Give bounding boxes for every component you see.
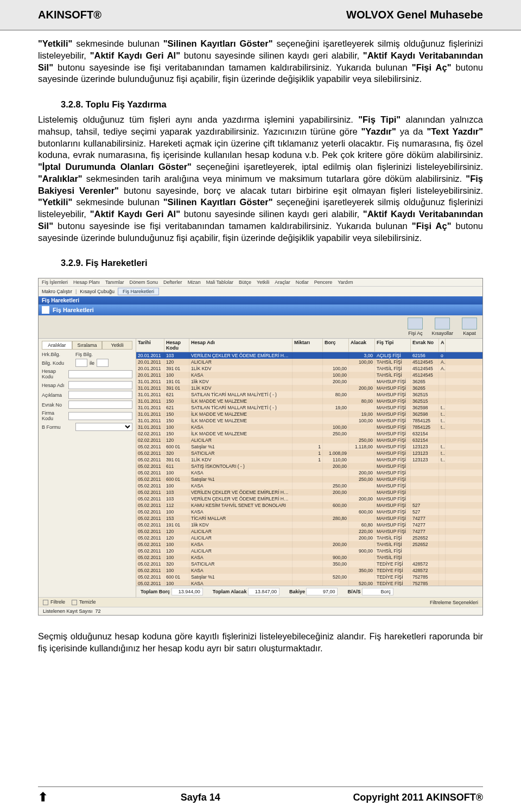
bas-value: Borç xyxy=(362,588,393,595)
sidetab-yetkili[interactable]: Yetkili xyxy=(102,341,132,350)
table-row[interactable]: 05.02.2011100KASA200,00TAHSİL FİŞİ252652 xyxy=(136,541,482,548)
b-formu-select[interactable] xyxy=(75,423,132,431)
bas-label: B/A/S xyxy=(347,589,360,594)
kisayollar-button[interactable]: Kısayollar xyxy=(431,318,453,336)
hesap-kodu-label: Hesap Kodu xyxy=(42,369,66,379)
sidetab-aralıklar[interactable]: Aralıklar xyxy=(42,341,72,350)
menu-tanımlar[interactable]: Tanımlar xyxy=(105,280,124,285)
fisi-ac-button[interactable]: Fişi Aç xyxy=(408,318,423,336)
table-row[interactable]: 05.02.2011120ALICILAR200,00TAHSİL FİŞİ25… xyxy=(136,535,482,541)
temizle-button[interactable]: Temizle xyxy=(72,599,96,605)
menubar[interactable]: Fiş İşlemleriHesap PlanıTanımlarDönem So… xyxy=(39,278,482,286)
col-hesap-adı[interactable]: Hesap Adı xyxy=(189,339,293,352)
listelenen-count: 72 xyxy=(96,608,101,614)
col-a[interactable]: A xyxy=(439,339,446,352)
grid-body[interactable]: 20.01.2011103VERİLEN ÇEKLER VE ÖDEME EMİ… xyxy=(136,352,482,586)
table-row[interactable]: 02.02.2011150İLK MADDE VE MALZEME250,00M… xyxy=(136,430,482,437)
table-row[interactable]: 31.01.2011621SATILAN TİCARİ MALLAR MALİY… xyxy=(136,404,482,411)
b-formu-label: B Formu xyxy=(42,424,73,430)
menu-bütçe[interactable]: Bütçe xyxy=(239,280,251,285)
hesap-kodu-input[interactable] xyxy=(68,370,132,378)
table-row[interactable]: 05.02.2011391 011LİK KDV1110,00MAHSUP Fİ… xyxy=(136,456,482,463)
table-row[interactable]: 31.01.2011150İLK MADDE VE MALZEME80,00MA… xyxy=(136,398,482,404)
toplam-borc-label: Toplam Borç xyxy=(141,589,170,594)
table-row[interactable]: 05.02.2011103VERİLEN ÇEKLER VE ÖDEME EMİ… xyxy=(136,489,482,496)
menu-yetkili[interactable]: Yetkili xyxy=(257,280,269,285)
inner-title-bar: Fiş Hareketleri xyxy=(39,304,482,315)
table-row[interactable]: 05.02.2011600 01Satışlar %1250,00MAHSUP … xyxy=(136,476,482,483)
firma-kodu-input[interactable] xyxy=(68,412,132,420)
table-row[interactable]: 05.02.2011191 011lik KDV60,80MAHSUP FİŞİ… xyxy=(136,522,482,528)
fis-bilg-label: Fiş Bilg. xyxy=(75,352,132,357)
table-row[interactable]: 05.02.2011103VERİLEN ÇEKLER VE ÖDEME EMİ… xyxy=(136,496,482,502)
menu-dönem-sonu[interactable]: Dönem Sonu xyxy=(130,280,158,285)
table-row[interactable]: 05.02.2011100KASA250,00MAHSUP FİŞİ xyxy=(136,483,482,489)
col-fiş-tipi[interactable]: Fiş Tipi xyxy=(375,339,411,352)
aciklama-input[interactable] xyxy=(68,391,132,399)
table-row[interactable]: 05.02.2011153TİCARİ MALLAR280,80MAHSUP F… xyxy=(136,515,482,522)
table-row[interactable]: 31.01.2011150İLK MADDE VE MALZEME100,00M… xyxy=(136,417,482,424)
summary-bar: Toplam Borç 13.944,00 Toplam Alacak 13.8… xyxy=(136,586,482,597)
table-row[interactable]: 05.02.2011100KASA520,00TEDİYE FİŞİ752785 xyxy=(136,580,482,586)
sidetab-sıralama[interactable]: Sıralama xyxy=(72,341,103,350)
table-row[interactable]: 05.02.2011112KAMU KESİM TAHVİL SENET VE … xyxy=(136,502,482,509)
col-borç[interactable]: Borç xyxy=(323,339,349,352)
table-row[interactable]: 20.01.2011120ALICILAR100,00TAHSİL FİŞİ45… xyxy=(136,359,482,365)
hesap-adi-input[interactable] xyxy=(68,381,132,389)
table-row[interactable]: 05.02.2011120ALICILAR220,00MAHSUP FİŞİ74… xyxy=(136,528,482,535)
page-number: Sayfa 14 xyxy=(181,792,220,803)
table-row[interactable]: 05.02.2011100KASA900,00TAHSİL FİŞİ xyxy=(136,554,482,561)
menu-notlar[interactable]: Notlar xyxy=(296,280,309,285)
filtrele-button[interactable]: Filtrele xyxy=(43,599,65,605)
table-row[interactable]: 20.01.2011100KASA100,00TAHSİL FİŞİ451245… xyxy=(136,372,482,378)
listelenen-label: Listelenen Kayıt Sayısı xyxy=(43,608,93,614)
menu-defterler[interactable]: Defterler xyxy=(163,280,182,285)
shortcut-tab-fis-hareketleri[interactable]: Fiş Hareketleri xyxy=(118,288,159,295)
voucher-icon xyxy=(42,306,49,314)
table-row[interactable]: 02.02.2011120ALICILAR250,00MAHSUP FİŞİ63… xyxy=(136,437,482,443)
grid-header[interactable]: TarihiHesap KoduHesap AdıMiktarıBorçAlac… xyxy=(136,339,482,352)
menu-yardım[interactable]: Yardım xyxy=(338,280,353,285)
table-row[interactable]: 31.01.2011100KASA100,00MAHSUP FİŞİ785412… xyxy=(136,424,482,430)
header-right: WOLVOX Genel Muhasebe xyxy=(346,9,483,21)
table-row[interactable]: 05.02.2011320SATICILAR350,00TEDİYE FİŞİ4… xyxy=(136,561,482,567)
kisayollar-button-icon xyxy=(435,318,450,329)
menu-mizan[interactable]: Mizan xyxy=(188,280,201,285)
table-row[interactable]: 31.01.2011391 011LİK KDV200,00MAHSUP FİŞ… xyxy=(136,385,482,391)
menu-mali-tablolar[interactable]: Mali Tablolar xyxy=(206,280,233,285)
table-row[interactable]: 20.01.2011391 011LİK KDV100,00TAHSİL FİŞ… xyxy=(136,365,482,372)
col-tarihi[interactable]: Tarihi xyxy=(136,339,164,352)
col-miktarı[interactable]: Miktarı xyxy=(293,339,323,352)
menu-hesap-planı[interactable]: Hesap Planı xyxy=(73,280,100,285)
bilg-kodu-from-input[interactable] xyxy=(75,359,87,367)
table-row[interactable]: 05.02.2011600 01Satışlar %1520,00TEDİYE … xyxy=(136,574,482,580)
grid: TarihiHesap KoduHesap AdıMiktarıBorçAlac… xyxy=(136,339,482,597)
table-row[interactable]: 05.02.2011100KASA600,00MAHSUP FİŞİ527 xyxy=(136,509,482,515)
kapat-button[interactable]: Kapat xyxy=(462,318,477,336)
menu-fiş-i̇şlemleri[interactable]: Fiş İşlemleri xyxy=(42,280,68,285)
evrak-no-label: Evrak No xyxy=(42,402,66,408)
table-row[interactable]: 31.01.2011150İLK MADDE VE MALZEME19,00MA… xyxy=(136,411,482,417)
firma-kodu-label: Firma Kodu xyxy=(42,410,66,421)
kisayol-cubugu-label[interactable]: Kısayol Çubuğu xyxy=(80,289,115,294)
table-row[interactable]: 05.02.2011320SATICILAR11.008,09MAHSUP Fİ… xyxy=(136,450,482,456)
table-row[interactable]: 05.02.2011100KASA350,00TEDİYE FİŞİ428572 xyxy=(136,567,482,574)
bakiye-value: 97,00 xyxy=(306,588,338,595)
table-row[interactable]: 05.02.2011120ALICILAR900,00TAHSİL FİŞİ xyxy=(136,548,482,554)
table-row[interactable]: 31.01.2011191 011lik KDV200,00MAHSUP FİŞ… xyxy=(136,378,482,385)
makro-calistir-label[interactable]: Makro Çalıştır xyxy=(42,289,72,294)
col-evrak-no[interactable]: Evrak No xyxy=(411,339,439,352)
menu-araçlar[interactable]: Araçlar xyxy=(275,280,290,285)
evrak-no-input[interactable] xyxy=(68,401,132,409)
table-row[interactable]: 05.02.2011611SATIŞ İSKONTOLARI ( - )200,… xyxy=(136,463,482,470)
filtreleme-secenekleri-link[interactable]: Filtreleme Seçenekleri xyxy=(430,600,478,605)
table-row[interactable]: 05.02.2011600 01Satışlar %111.118,00MAHS… xyxy=(136,443,482,450)
col-alacak[interactable]: Alacak xyxy=(349,339,375,352)
ile-label: ile xyxy=(90,360,94,366)
table-row[interactable]: 20.01.2011103VERİLEN ÇEKLER VE ÖDEME EMİ… xyxy=(136,352,482,359)
table-row[interactable]: 31.01.2011621SATILAN TİCARİ MALLAR MALİY… xyxy=(136,391,482,398)
col-hesap-kodu[interactable]: Hesap Kodu xyxy=(164,339,189,352)
menu-pencere[interactable]: Pencere xyxy=(314,280,333,285)
table-row[interactable]: 05.02.2011100KASA200,00MAHSUP FİŞİ xyxy=(136,470,482,476)
bilg-kodu-to-input[interactable] xyxy=(97,359,109,367)
